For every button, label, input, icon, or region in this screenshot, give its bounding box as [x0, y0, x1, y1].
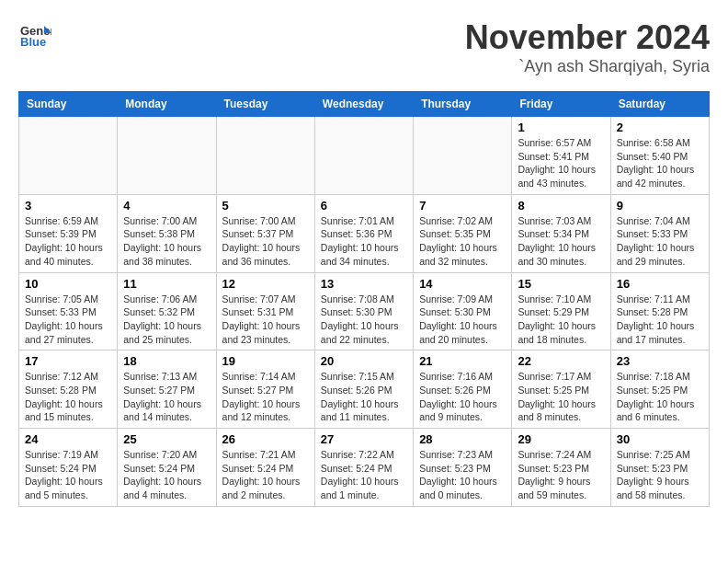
day-number: 5 [222, 199, 309, 213]
day-number: 26 [222, 432, 309, 446]
day-info: Sunrise: 7:19 AM Sunset: 5:24 PM Dayligh… [25, 448, 111, 502]
calendar-day: 6Sunrise: 7:01 AM Sunset: 5:36 PM Daylig… [314, 194, 413, 272]
day-info: Sunrise: 7:20 AM Sunset: 5:24 PM Dayligh… [123, 448, 210, 502]
day-info: Sunrise: 7:05 AM Sunset: 5:33 PM Dayligh… [25, 293, 111, 347]
calendar-day: 15Sunrise: 7:10 AM Sunset: 5:29 PM Dayli… [512, 272, 610, 350]
day-number: 9 [617, 199, 703, 213]
calendar-day: 18Sunrise: 7:13 AM Sunset: 5:27 PM Dayli… [118, 350, 216, 429]
title-block: November 2024 `Ayn ash Sharqiyah, Syria [465, 18, 710, 76]
calendar-day [118, 117, 216, 195]
day-info: Sunrise: 7:10 AM Sunset: 5:29 PM Dayligh… [518, 293, 604, 347]
calendar-day: 30Sunrise: 7:25 AM Sunset: 5:23 PM Dayli… [610, 429, 709, 507]
calendar-day: 22Sunrise: 7:17 AM Sunset: 5:25 PM Dayli… [512, 350, 610, 429]
calendar-week-2: 3Sunrise: 6:59 AM Sunset: 5:39 PM Daylig… [19, 194, 710, 272]
day-number: 20 [321, 354, 407, 368]
calendar-day: 12Sunrise: 7:07 AM Sunset: 5:31 PM Dayli… [216, 272, 314, 350]
location-title: `Ayn ash Sharqiyah, Syria [465, 57, 710, 76]
month-title: November 2024 [465, 18, 710, 57]
calendar-day: 10Sunrise: 7:05 AM Sunset: 5:33 PM Dayli… [19, 272, 118, 350]
calendar-day [216, 117, 314, 195]
calendar-day: 1Sunrise: 6:57 AM Sunset: 5:41 PM Daylig… [512, 117, 610, 195]
day-info: Sunrise: 7:24 AM Sunset: 5:23 PM Dayligh… [518, 448, 604, 502]
calendar-day: 5Sunrise: 7:00 AM Sunset: 5:37 PM Daylig… [216, 194, 314, 272]
day-info: Sunrise: 7:12 AM Sunset: 5:28 PM Dayligh… [25, 370, 111, 424]
day-info: Sunrise: 7:14 AM Sunset: 5:27 PM Dayligh… [222, 370, 309, 424]
day-info: Sunrise: 6:58 AM Sunset: 5:40 PM Dayligh… [617, 136, 703, 190]
weekday-header-friday: Friday [512, 92, 610, 117]
calendar-day [414, 117, 512, 195]
day-info: Sunrise: 6:59 AM Sunset: 5:39 PM Dayligh… [25, 214, 111, 269]
day-info: Sunrise: 7:09 AM Sunset: 5:30 PM Dayligh… [419, 293, 506, 347]
day-info: Sunrise: 7:22 AM Sunset: 5:24 PM Dayligh… [321, 448, 407, 502]
calendar-day: 26Sunrise: 7:21 AM Sunset: 5:24 PM Dayli… [216, 429, 314, 507]
weekday-header-tuesday: Tuesday [216, 92, 314, 117]
day-info: Sunrise: 7:18 AM Sunset: 5:25 PM Dayligh… [617, 370, 703, 424]
calendar-table: SundayMondayTuesdayWednesdayThursdayFrid… [18, 91, 710, 507]
page-header: General Blue November 2024 `Ayn ash Shar… [18, 18, 710, 76]
day-number: 4 [123, 199, 210, 213]
day-number: 27 [321, 432, 407, 446]
logo: General Blue [18, 18, 51, 52]
calendar-header-row: SundayMondayTuesdayWednesdayThursdayFrid… [19, 92, 710, 117]
calendar-day: 28Sunrise: 7:23 AM Sunset: 5:23 PM Dayli… [414, 429, 512, 507]
calendar-day: 11Sunrise: 7:06 AM Sunset: 5:32 PM Dayli… [118, 272, 216, 350]
day-number: 28 [419, 432, 506, 446]
calendar-day: 19Sunrise: 7:14 AM Sunset: 5:27 PM Dayli… [216, 350, 314, 429]
day-number: 21 [419, 354, 506, 368]
logo-icon: General Blue [18, 18, 51, 52]
weekday-header-monday: Monday [118, 92, 216, 117]
day-number: 18 [123, 354, 210, 368]
calendar-week-4: 17Sunrise: 7:12 AM Sunset: 5:28 PM Dayli… [19, 350, 710, 429]
day-info: Sunrise: 7:01 AM Sunset: 5:36 PM Dayligh… [321, 214, 407, 269]
day-number: 3 [25, 199, 111, 213]
calendar-day: 4Sunrise: 7:00 AM Sunset: 5:38 PM Daylig… [118, 194, 216, 272]
day-number: 30 [617, 432, 703, 446]
calendar-day: 13Sunrise: 7:08 AM Sunset: 5:30 PM Dayli… [314, 272, 413, 350]
day-number: 7 [419, 199, 506, 213]
calendar-day: 24Sunrise: 7:19 AM Sunset: 5:24 PM Dayli… [19, 429, 118, 507]
day-number: 25 [123, 432, 210, 446]
calendar-day: 7Sunrise: 7:02 AM Sunset: 5:35 PM Daylig… [414, 194, 512, 272]
day-number: 13 [321, 277, 407, 291]
calendar-day: 27Sunrise: 7:22 AM Sunset: 5:24 PM Dayli… [314, 429, 413, 507]
day-number: 15 [518, 277, 604, 291]
calendar-day [19, 117, 118, 195]
day-info: Sunrise: 7:21 AM Sunset: 5:24 PM Dayligh… [222, 448, 309, 502]
day-number: 8 [518, 199, 604, 213]
calendar-day: 2Sunrise: 6:58 AM Sunset: 5:40 PM Daylig… [610, 117, 709, 195]
day-info: Sunrise: 7:16 AM Sunset: 5:26 PM Dayligh… [419, 370, 506, 424]
day-number: 29 [518, 432, 604, 446]
day-info: Sunrise: 7:00 AM Sunset: 5:37 PM Dayligh… [222, 214, 309, 269]
day-info: Sunrise: 7:25 AM Sunset: 5:23 PM Dayligh… [617, 448, 703, 502]
day-info: Sunrise: 7:03 AM Sunset: 5:34 PM Dayligh… [518, 214, 604, 269]
calendar-day: 16Sunrise: 7:11 AM Sunset: 5:28 PM Dayli… [610, 272, 709, 350]
day-info: Sunrise: 7:08 AM Sunset: 5:30 PM Dayligh… [321, 293, 407, 347]
day-number: 1 [518, 121, 604, 134]
calendar-day: 23Sunrise: 7:18 AM Sunset: 5:25 PM Dayli… [610, 350, 709, 429]
calendar-day: 8Sunrise: 7:03 AM Sunset: 5:34 PM Daylig… [512, 194, 610, 272]
day-info: Sunrise: 7:13 AM Sunset: 5:27 PM Dayligh… [123, 370, 210, 424]
day-info: Sunrise: 7:17 AM Sunset: 5:25 PM Dayligh… [518, 370, 604, 424]
calendar-day: 17Sunrise: 7:12 AM Sunset: 5:28 PM Dayli… [19, 350, 118, 429]
day-number: 16 [617, 277, 703, 291]
day-info: Sunrise: 6:57 AM Sunset: 5:41 PM Dayligh… [518, 136, 604, 190]
day-number: 12 [222, 277, 309, 291]
weekday-header-saturday: Saturday [610, 92, 709, 117]
day-number: 19 [222, 354, 309, 368]
weekday-header-wednesday: Wednesday [314, 92, 413, 117]
day-number: 17 [25, 354, 111, 368]
day-info: Sunrise: 7:06 AM Sunset: 5:32 PM Dayligh… [123, 293, 210, 347]
calendar-day [314, 117, 413, 195]
day-number: 22 [518, 354, 604, 368]
weekday-header-sunday: Sunday [19, 92, 118, 117]
calendar-week-1: 1Sunrise: 6:57 AM Sunset: 5:41 PM Daylig… [19, 117, 710, 195]
calendar-day: 29Sunrise: 7:24 AM Sunset: 5:23 PM Dayli… [512, 429, 610, 507]
day-info: Sunrise: 7:11 AM Sunset: 5:28 PM Dayligh… [617, 293, 703, 347]
calendar-day: 21Sunrise: 7:16 AM Sunset: 5:26 PM Dayli… [414, 350, 512, 429]
day-number: 2 [617, 121, 703, 134]
calendar-day: 20Sunrise: 7:15 AM Sunset: 5:26 PM Dayli… [314, 350, 413, 429]
day-number: 14 [419, 277, 506, 291]
day-number: 10 [25, 277, 111, 291]
calendar-day: 25Sunrise: 7:20 AM Sunset: 5:24 PM Dayli… [118, 429, 216, 507]
calendar-week-5: 24Sunrise: 7:19 AM Sunset: 5:24 PM Dayli… [19, 429, 710, 507]
